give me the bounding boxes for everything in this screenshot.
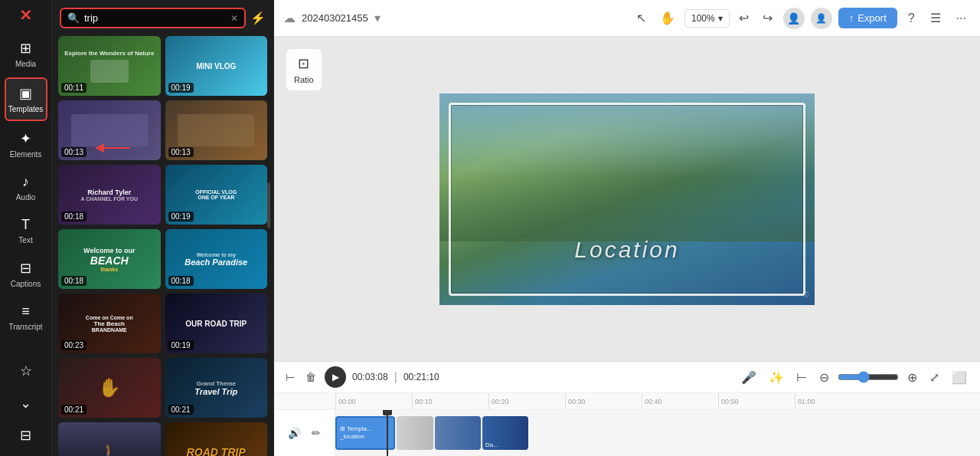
sidebar-item-elements[interactable]: ✦ Elements [5, 124, 47, 165]
zoom-in-button[interactable]: ⊕ [903, 368, 921, 387]
sidebar-item-transcript[interactable]: ≡ Transcript [5, 297, 47, 337]
template-duration: 00:13 [168, 147, 194, 157]
mic-button[interactable]: 🎤 [737, 368, 760, 387]
volume-button[interactable]: 🔊 [286, 425, 303, 441]
topbar: ☁ 202403021455 ▾ ↖ ✋ 100% ▾ ↩ ↪ 👤 👤 ↑ Ex… [274, 0, 980, 37]
sidebar-item-starred[interactable]: ☆ [5, 356, 47, 385]
layout-button[interactable]: ☰ [926, 8, 946, 28]
template-card-4[interactable]: 00:13 [165, 100, 268, 160]
video-clip-3[interactable] [435, 416, 481, 450]
template-card-11[interactable]: ✋ 00:21 [58, 358, 161, 418]
sidebar-item-collapse[interactable]: ⌄ [5, 389, 47, 418]
star-icon: ☆ [20, 363, 32, 379]
search-input-wrap[interactable]: 🔍 ✕ [60, 8, 246, 28]
sidebar-item-audio[interactable]: ♪ Audio [5, 168, 47, 208]
template-duration: 00:21 [168, 405, 194, 415]
template-card-3[interactable]: 00:13 [58, 100, 161, 160]
template-duration: 00:19 [168, 340, 194, 350]
template-card-2[interactable]: MINI VLOG 00:19 [165, 36, 268, 96]
sidebar-item-label: Audio [16, 193, 36, 202]
zoom-control[interactable]: 100% ▾ [684, 9, 730, 28]
app-logo: ✕ [19, 6, 32, 25]
hand-tool-button[interactable]: ✋ [655, 8, 680, 28]
fullscreen-button[interactable]: ⤢ [926, 368, 943, 387]
zoom-dropdown-icon: ▾ [718, 13, 723, 24]
chevron-down-icon: ⌄ [20, 395, 31, 412]
template-duration: 00:21 [61, 405, 87, 415]
edit-track-button[interactable]: ✏ [309, 425, 323, 441]
template-card-12[interactable]: Grand Theme Travel Trip 00:21 [165, 358, 268, 418]
collaborator-avatar[interactable]: 👤 [811, 8, 832, 29]
export-button[interactable]: ↑ Export [838, 8, 897, 28]
timeline-controls: ⊢ 🗑 ▶ 00:03:08 | 00:21:10 🎤 ✨ ⊢ ⊖ ⊕ ⤢ ⬜ [274, 362, 980, 393]
split-button[interactable]: ⊢ [283, 369, 297, 385]
media-icon: ⊞ [20, 40, 31, 57]
scroll-indicator [267, 182, 270, 228]
sidebar-item-label: Captions [11, 280, 41, 288]
template-card-6[interactable]: OFFICIAL VLOG ONE OF YEAR 00:19 [165, 165, 268, 225]
track-area: ⊞ Templa... _location Da... [335, 410, 980, 456]
total-time: 00:21:10 [403, 372, 439, 382]
dropdown-icon[interactable]: ▾ [374, 11, 381, 25]
help-button[interactable]: ? [903, 8, 920, 28]
delete-button[interactable]: 🗑 [303, 369, 318, 385]
ruler-marks: 00:00 00:10 00:20 00:30 00:40 00:50 01:0… [335, 393, 871, 410]
sidebar-item-media[interactable]: ⊞ Media [5, 34, 47, 74]
magic-button[interactable]: ✨ [765, 368, 788, 387]
search-bar: 🔍 ✕ ⚡ [52, 0, 273, 36]
template-card-1[interactable]: Explore the Wonders of Nature 00:11 [58, 36, 161, 96]
search-icon: 🔍 [67, 12, 80, 24]
template-duration: 00:19 [168, 83, 194, 93]
playhead-head [383, 410, 392, 415]
project-name: 202403021455 [302, 12, 368, 24]
zoom-out-button[interactable]: ⊖ [815, 368, 833, 387]
sidebar-item-templates[interactable]: ▣ Templates [5, 77, 47, 121]
template-card-7[interactable]: Welcome to our BEACH thanks 00:18 [58, 229, 161, 289]
redo-button[interactable]: ↪ [758, 8, 777, 28]
video-clip-4[interactable]: Da... [482, 416, 528, 450]
clear-search-button[interactable]: ✕ [230, 13, 238, 24]
caption-button[interactable]: ⊢ [792, 368, 811, 387]
filter-button[interactable]: ⚡ [250, 11, 266, 25]
timeline-tracks: 🔊 ✏ ⊞ Templa... _location [274, 410, 980, 456]
ruler-mark: 00:50 [718, 393, 795, 410]
sidebar-item-label: Templates [8, 105, 44, 113]
play-button[interactable]: ▶ [325, 366, 346, 388]
elements-icon: ✦ [20, 130, 31, 147]
sidebar-item-label: Media [15, 60, 36, 68]
template-card-9[interactable]: Come on Come on The Beach BRANDNAME 00:2… [58, 294, 161, 353]
cursor-tool-button[interactable]: ↖ [632, 8, 651, 28]
clip-label: ⊞ Templa... [340, 425, 372, 433]
playhead[interactable] [387, 410, 388, 456]
user-avatar[interactable]: 👤 [783, 8, 805, 29]
template-card-8[interactable]: Welcome to my Beach Paradise 00:18 [165, 229, 268, 289]
ruler-mark: 00:40 [642, 393, 718, 410]
sidebar-item-subtitles[interactable]: ⊟ [5, 421, 47, 450]
template-card-5[interactable]: Richard Tyler A CHANNEL FOR YOU 00:18 [58, 165, 161, 225]
ratio-button[interactable]: ⊡ Ratio [286, 49, 322, 90]
zoom-slider[interactable] [838, 371, 899, 383]
subtitles-icon: ⊟ [20, 427, 31, 444]
more-button[interactable]: ··· [952, 8, 971, 28]
video-clip-2[interactable] [397, 416, 433, 450]
current-time: 00:03:08 [352, 372, 388, 382]
timeline-ruler: 00:00 00:10 00:20 00:30 00:40 00:50 01:0… [274, 393, 980, 410]
sidebar-item-captions[interactable]: ⊟ Captions [5, 254, 47, 294]
track-controls: 🔊 ✏ [274, 410, 335, 456]
search-input[interactable] [84, 12, 226, 24]
sidebar-item-text[interactable]: T Text [5, 211, 47, 251]
template-card-10[interactable]: OUR ROAD TRIP 00:19 [165, 294, 268, 353]
layout-toggle-button[interactable]: ⬜ [948, 368, 971, 387]
cloud-icon: ☁ [283, 11, 296, 25]
undo-button[interactable]: ↩ [734, 8, 753, 28]
ruler-mark: 00:30 [565, 393, 642, 410]
transcript-icon: ≡ [21, 303, 30, 320]
text-icon: T [21, 217, 30, 233]
template-card-13[interactable]: 🚶 [58, 422, 161, 456]
template-duration: 00:13 [61, 147, 87, 157]
template-card-14[interactable]: ROAD TRIP [165, 422, 268, 456]
main-area: ☁ 202403021455 ▾ ↖ ✋ 100% ▾ ↩ ↪ 👤 👤 ↑ Ex… [274, 0, 980, 456]
clip-sublabel: _location [340, 433, 372, 441]
templates-panel: 🔍 ✕ ⚡ Explore the Wonders of Nature 00:1… [52, 0, 274, 456]
watermark: © [803, 290, 808, 299]
